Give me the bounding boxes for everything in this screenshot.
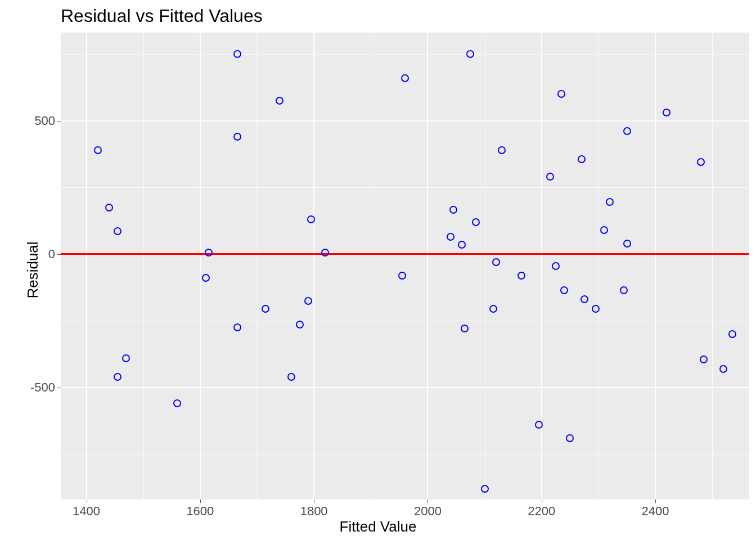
data-point [566,434,574,442]
data-point [592,305,600,313]
y-tick-mark [57,121,61,122]
chart-container: Residual vs Fitted Values Residual Fitte… [0,0,756,540]
data-point [620,286,628,294]
x-tick-mark [314,500,314,503]
data-point [472,218,480,226]
data-point [546,173,554,181]
gridline-v-minor [598,33,599,500]
x-tick-label: 2000 [414,504,442,519]
y-axis-label: Residual [24,241,42,298]
data-point [580,295,588,303]
x-tick-mark [87,500,87,503]
x-tick-label: 1600 [186,504,214,519]
data-point [489,305,497,313]
data-point [447,233,454,241]
y-tick-mark [57,254,61,255]
gridline-v-minor [371,33,371,500]
y-tick-label: 500 [34,114,55,128]
data-point [466,50,474,58]
data-point [719,365,727,373]
data-point [461,325,469,332]
data-point [578,155,586,163]
gridline-h [61,120,749,122]
gridline-v [427,33,428,500]
x-tick-label: 1400 [73,504,100,519]
x-tick-label: 1800 [300,504,328,519]
data-point [173,399,181,407]
gridline-v [313,33,314,500]
y-tick-label: -500 [30,380,55,395]
gridline-v [200,33,201,500]
data-point [518,272,525,280]
data-point [202,274,210,282]
reference-line-zero [61,253,749,255]
data-point [481,485,489,493]
data-point [287,373,295,381]
data-point [697,158,705,166]
data-point [557,90,565,98]
data-point [122,354,130,362]
data-point [276,97,284,105]
data-point [114,373,122,381]
data-point [700,356,708,363]
data-point [728,330,736,338]
gridline-v [86,33,87,500]
data-point [304,297,312,305]
x-tick-mark [428,500,428,503]
data-point [233,50,241,58]
data-point [606,198,614,206]
data-point [205,249,213,256]
data-point [105,204,113,212]
data-point [398,272,406,280]
data-point [600,226,608,234]
data-point [262,305,269,313]
gridline-h [61,387,749,388]
data-point [458,241,466,249]
data-point [560,286,568,294]
data-point [114,227,122,235]
x-tick-mark [655,500,656,503]
x-tick-mark [542,500,542,503]
data-point [233,133,241,141]
gridline-v-minor [143,33,144,500]
y-tick-mark [57,388,61,388]
data-point [663,109,670,116]
gridline-v [655,33,656,500]
gridline-v-minor [712,33,713,500]
data-point [307,215,315,223]
data-point [623,240,631,248]
gridline-h-minor [61,187,749,188]
x-tick-label: 2400 [642,504,669,519]
data-point [321,249,329,256]
data-point [492,258,500,266]
gridline-v [541,33,542,500]
data-point [449,206,457,214]
data-point [233,323,241,331]
data-point [498,146,506,154]
data-point [535,421,543,429]
gridline-h-minor [61,54,749,55]
y-tick-label: 0 [48,247,55,262]
gridline-v-minor [257,33,258,500]
data-point [296,321,304,328]
data-point [552,262,560,270]
chart-title: Residual vs Fitted Values [61,6,263,26]
x-axis-label: Fitted Value [340,518,417,536]
gridline-h-minor [61,454,749,454]
x-tick-mark [200,500,201,503]
data-point [623,127,631,135]
gridline-v-minor [485,33,485,500]
plot-panel [61,33,749,500]
x-tick-label: 2200 [528,504,555,519]
data-point [401,74,409,82]
data-point [94,146,102,154]
gridline-h-minor [61,321,749,321]
